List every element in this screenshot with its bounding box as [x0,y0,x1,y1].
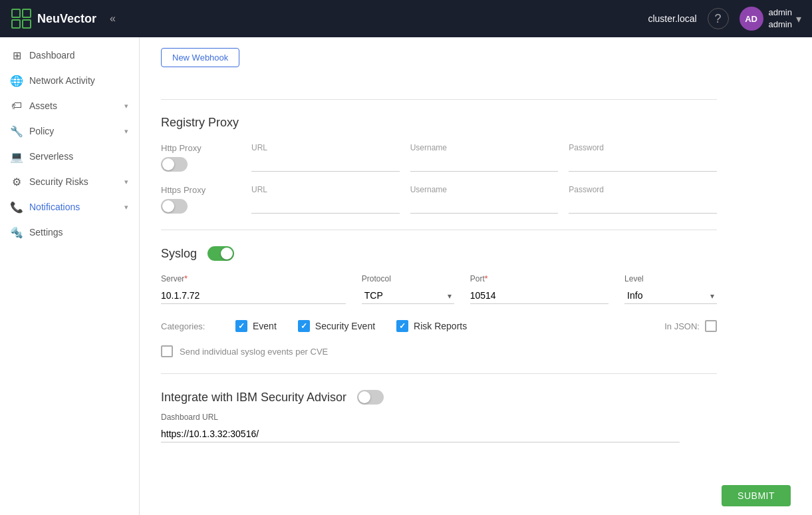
sidebar-item-security-risks[interactable]: ⚙ Security Risks ▾ [0,169,139,194]
help-button[interactable]: ? [708,8,729,29]
syslog-level-select[interactable]: Info Warning Critical [624,287,717,304]
policy-chevron: ▾ [124,127,128,136]
risk-reports-label: Risk Reports [414,321,467,331]
syslog-header: Syslog [161,246,717,261]
syslog-server-input[interactable] [161,287,346,304]
cve-checkbox[interactable] [161,345,173,357]
sidebar-item-label: Dashboard [29,50,75,61]
help-icon: ? [715,12,722,26]
avatar: AD [740,7,763,31]
section-divider-2 [161,230,717,230]
https-proxy-url-field: URL [251,185,400,214]
https-proxy-label: Https Proxy [161,185,241,195]
sidebar-item-assets[interactable]: 🏷 Assets ▾ [0,93,139,118]
event-checkbox[interactable]: ✓ [235,320,247,332]
https-proxy-row: Https Proxy URL [161,185,717,214]
event-checkbox-item[interactable]: ✓ Event [235,320,277,332]
sidebar-item-label: Settings [29,227,63,238]
cve-label: Send individual syslog events per CVE [180,347,328,357]
ibm-title: Integrate with IBM Security Advisor [161,391,346,405]
http-password-input[interactable] [569,155,717,172]
https-proxy-toggle-thumb [162,200,174,212]
syslog-protocol-select-wrapper: TCP UDP ▾ [362,287,454,304]
new-webhook-button[interactable]: New Webhook [161,48,239,67]
user-menu-chevron[interactable]: ▾ [796,13,801,25]
https-proxy-toggle[interactable] [161,199,188,214]
submit-button[interactable]: SUBMIT [722,485,791,506]
https-proxy-toggle-track [161,199,188,214]
section-divider-1 [161,99,717,100]
risk-reports-checkbox-item[interactable]: ✓ Risk Reports [396,320,467,332]
collapse-button[interactable]: « [104,10,121,27]
https-username-input[interactable] [410,197,559,214]
logo-icon [11,8,32,29]
svg-rect-2 [12,20,20,28]
sidebar-item-network-activity[interactable]: 🌐 Network Activity [0,68,139,93]
sidebar-item-label: Notifications [29,202,80,212]
https-proxy-username-field: Username [410,185,559,214]
syslog-categories-row: Categories: ✓ Event ✓ Security Event [161,320,717,332]
https-password-label: Password [569,185,717,194]
sidebar: ⊞ Dashboard 🌐 Network Activity 🏷 Assets … [0,37,140,515]
http-proxy-label: Http Proxy [161,143,241,153]
https-proxy-toggle-wrapper [161,199,241,214]
syslog-toggle[interactable] [207,246,234,261]
ibm-toggle[interactable] [357,390,384,405]
security-event-label: Security Event [315,321,375,331]
sidebar-item-label: Security Risks [29,176,88,187]
http-url-label: URL [251,143,400,152]
syslog-protocol-label: Protocol [362,274,454,283]
ibm-dashboard-url-input[interactable] [161,426,680,442]
http-proxy-toggle[interactable] [161,157,188,172]
security-event-checkbox[interactable]: ✓ [298,320,310,332]
syslog-protocol-field: Protocol TCP UDP ▾ [362,274,454,304]
user-role: admin [769,19,792,31]
http-username-input[interactable] [410,155,559,172]
sidebar-item-policy[interactable]: 🔧 Policy ▾ [0,118,139,144]
svg-rect-1 [23,9,31,17]
https-url-input[interactable] [251,197,400,214]
serverless-icon: 💻 [11,150,23,162]
http-proxy-password-field: Password [569,143,717,172]
syslog-port-label: Port* [470,274,609,283]
registry-proxy-title: Registry Proxy [161,116,717,130]
in-json-checkbox[interactable] [705,320,717,332]
event-checkmark: ✓ [238,321,245,331]
sidebar-item-notifications[interactable]: 📞 Notifications ▾ [0,194,139,220]
security-event-checkbox-item[interactable]: ✓ Security Event [298,320,375,332]
http-username-label: Username [410,143,559,152]
app-header: NeuVector « cluster.local ? AD admin adm… [0,0,812,37]
sidebar-item-label: Network Activity [29,75,95,86]
security-event-checkmark: ✓ [301,321,307,331]
https-url-label: URL [251,185,400,194]
syslog-form-row: Server* Protocol TCP UDP ▾ [161,274,717,304]
http-proxy-row: Http Proxy URL [161,143,717,172]
syslog-level-label: Level [624,274,717,283]
sidebar-item-dashboard[interactable]: ⊞ Dashboard [0,43,139,68]
sidebar-item-serverless[interactable]: 💻 Serverless [0,144,139,169]
notifications-icon: 📞 [11,201,23,213]
https-password-input[interactable] [569,197,717,214]
sidebar-item-label: Assets [29,100,57,111]
risk-reports-checkbox[interactable]: ✓ [396,320,408,332]
syslog-toggle-thumb [221,248,233,259]
notifications-chevron: ▾ [124,203,128,212]
syslog-protocol-select[interactable]: TCP UDP [362,287,454,304]
network-activity-icon: 🌐 [11,75,23,86]
cluster-name: cluster.local [648,13,696,24]
ibm-toggle-track [357,390,384,405]
http-proxy-toggle-track [161,157,188,172]
submit-area: SUBMIT [140,474,812,515]
syslog-section: Syslog Server* [161,246,717,357]
ibm-header: Integrate with IBM Security Advisor [161,390,717,405]
ibm-url-label: Dashboard URL [161,413,717,422]
syslog-port-input[interactable] [470,287,609,304]
sidebar-item-settings[interactable]: 🔩 Settings [0,220,139,245]
http-url-input[interactable] [251,155,400,172]
settings-icon: 🔩 [11,226,23,238]
app-name: NeuVector [37,12,96,26]
syslog-server-label: Server* [161,274,346,283]
https-username-label: Username [410,185,559,194]
risk-reports-checkmark: ✓ [399,321,406,331]
svg-rect-0 [12,9,20,17]
